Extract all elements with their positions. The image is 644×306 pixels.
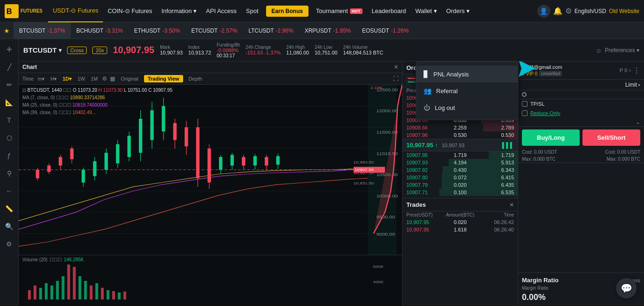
crosshair-icon[interactable]: ✛ <box>3 43 16 56</box>
language-selector[interactable]: English/USD <box>575 8 606 14</box>
notification-icon[interactable]: 🔔 <box>553 7 562 15</box>
magnet-icon[interactable]: ⚲ <box>3 167 16 180</box>
preferences-button[interactable]: Preferences ▾ <box>605 47 639 54</box>
trades-col-headers: Price(USDT) Amount(BTC) Time <box>403 211 518 218</box>
chat-button[interactable]: 💬 <box>616 278 637 299</box>
chart-close-icon[interactable]: ✕ <box>394 64 398 70</box>
funding-stat: Funding/8h -0.0088% 00:33:17 <box>217 42 240 58</box>
nav-api-access[interactable]: API Access <box>201 0 241 22</box>
chart-settings-icon[interactable]: ⚙ <box>102 75 107 82</box>
reduce-only-row: Reduce-Only <box>518 109 644 118</box>
svg-rect-73 <box>39 288 42 299</box>
settings-icon[interactable]: ⚙ <box>565 7 572 15</box>
timeframe-m[interactable]: m▾ <box>36 75 46 82</box>
zoom-icon[interactable]: 🔍 <box>3 220 16 233</box>
sell-short-button[interactable]: Sell/Short <box>582 129 640 146</box>
margin-title: Margin Ratio <box>522 277 559 284</box>
nav-coin-futures[interactable]: COIN-⊙ Futures <box>103 0 157 22</box>
logo[interactable]: B FUTURES <box>5 4 42 18</box>
nav-leaderboard[interactable]: Leaderboard <box>367 0 411 22</box>
timeframe-h[interactable]: H▾ <box>49 75 58 82</box>
svg-rect-86 <box>112 291 115 299</box>
mark-stat: Mark 10,907.93 <box>160 45 183 55</box>
view-depth[interactable]: Depth <box>186 75 205 82</box>
left-sidebar: ✛ ╱ ✏ 📐 T ⬡ ƒ ⚲ ← 📏 🔍 ⚙ <box>0 39 19 306</box>
trades-title: Trades <box>406 201 509 208</box>
ob-buy-row[interactable]: 10907.95 1.719 1.719 <box>403 151 518 159</box>
low-stat: 24h Low 10,751.00 <box>315 45 337 55</box>
user-email: bo***@gmail.com <box>522 64 618 70</box>
ticker-btcusdt[interactable]: BTCUSDT -1.37% <box>14 22 71 39</box>
svg-rect-82 <box>90 286 93 299</box>
chart-type-icon[interactable]: ▦ <box>110 75 115 82</box>
trades-header: Trades ✕ <box>403 198 518 211</box>
old-website-link[interactable]: Old Website <box>609 8 639 14</box>
settings-tool-icon[interactable]: ⚙ <box>3 238 16 251</box>
timeframe-1w[interactable]: 1W <box>76 75 87 82</box>
ticker-ltcusdt[interactable]: LTCUSDT -2.96% <box>243 22 299 39</box>
symbol-header: BTCUSDT ▾ Cross 20x 10,907.95 Mark 10,90… <box>19 39 644 61</box>
ob-sell-row[interactable]: 10908.66 2.259 2.789 <box>403 124 518 131</box>
svg-rect-87 <box>118 292 121 299</box>
nav-orders[interactable]: Orders ▾ <box>442 0 474 22</box>
ob-buy-row[interactable]: 10907.80 0.072 6.415 <box>403 174 518 181</box>
watchlist-star[interactable]: ★ <box>4 27 10 34</box>
ob-buy-row[interactable]: 10907.93 4.194 5.913 <box>403 159 518 166</box>
nav-tournament[interactable]: Tournament HOT <box>311 0 367 22</box>
earn-bonus-button[interactable]: Earn Bonus <box>266 6 308 17</box>
reduce-only-checkbox[interactable] <box>522 110 528 116</box>
chevron-right-icon[interactable]: › <box>629 67 631 74</box>
nav-information[interactable]: Information ▾ <box>157 0 201 22</box>
dropdown-item-logout[interactable]: ⏻ Log out <box>416 99 518 116</box>
timeframe-1m[interactable]: 1M <box>89 75 99 82</box>
draw-tool-icon[interactable]: ✏ <box>3 78 16 91</box>
cross-badge[interactable]: Cross <box>67 47 87 54</box>
view-trading-view[interactable]: Trading View <box>144 75 183 82</box>
arrow-back-icon[interactable]: ← <box>3 184 16 197</box>
more-menu-icon[interactable]: ⋮ <box>633 66 640 75</box>
bar-chart-icon[interactable]: ▌▌▌ <box>502 142 514 149</box>
ob-mid-price: 10,907.95 ↑ 10,907.93 ▌▌▌ <box>403 139 518 151</box>
trades-close-icon[interactable]: ✕ <box>509 202 514 208</box>
expand-icon[interactable]: ⌄ <box>518 118 644 127</box>
ob-type-both[interactable] <box>406 76 417 85</box>
dropdown-item-pnl[interactable]: ▊ PNL Analysis <box>416 66 518 82</box>
ob-buy-row[interactable]: 10907.71 0.100 6.535 <box>403 189 518 196</box>
ticker-bchusdt[interactable]: BCHUSDT -3.31% <box>71 22 129 39</box>
ruler-icon[interactable]: 📏 <box>3 202 16 215</box>
user-avatar-icon[interactable]: 👤 <box>537 5 550 18</box>
ob-sell-row[interactable]: 10907.96 0.530 0.530 <box>403 131 518 139</box>
order-type-selector[interactable]: Limit ▾ <box>625 82 640 88</box>
view-original[interactable]: Original <box>118 75 141 82</box>
pattern-icon[interactable]: ⬡ <box>3 131 16 144</box>
svg-text:B: B <box>7 7 12 15</box>
measure-icon[interactable]: 📐 <box>3 96 16 109</box>
user-header: bo***@gmail.com ♦ VIP 0 Unverified P 0 ›… <box>518 61 644 80</box>
ticker-ethusdt[interactable]: ETHUSDT -3.50% <box>129 22 186 39</box>
indicator-icon[interactable]: ƒ <box>3 149 16 162</box>
text-icon[interactable]: T <box>3 114 16 127</box>
buy-long-button[interactable]: Buy/Long <box>522 129 580 146</box>
tpsl-checkbox[interactable] <box>522 101 528 107</box>
referral-label: Referral <box>436 88 458 95</box>
ticker-eosusdt[interactable]: EOSUSDT -1.26% <box>356 22 414 39</box>
ticker-etcusdt[interactable]: ETCUSDT -2.57% <box>185 22 243 39</box>
buy-sell-row: Buy/Long Sell/Short <box>518 127 644 149</box>
nav-spot[interactable]: Spot <box>241 0 263 22</box>
brightness-icon[interactable]: ☼ <box>595 46 602 54</box>
nav-usdt-futures[interactable]: USDT-⊙ Futures <box>48 0 103 22</box>
symbol-name[interactable]: BTCUSDT ▾ <box>23 46 62 54</box>
ob-buy-rows: 10907.95 1.719 1.719 10907.93 4.194 5.91… <box>403 151 518 196</box>
timeframe-1d[interactable]: 1D▾ <box>61 75 73 82</box>
leverage-badge[interactable]: 20x <box>92 47 107 54</box>
fullscreen-icon[interactable]: ⛶ <box>393 75 398 82</box>
ob-buy-row[interactable]: 10907.79 0.020 6.435 <box>403 181 518 189</box>
dropdown-item-referral[interactable]: 👥 Referral <box>416 82 518 99</box>
ticker-xrpusdt[interactable]: XRPUSDT -1.95% <box>299 22 356 39</box>
line-tool-icon[interactable]: ╱ <box>3 61 16 74</box>
ob-buy-row[interactable]: 10907.92 0.430 6.343 <box>403 166 518 174</box>
chart-body[interactable]: ⊡ BTCUSDT, 1440 ☐☐ O 11073.20 H 11073.90… <box>19 85 402 255</box>
nav-wallet[interactable]: Wallet ▾ <box>411 0 441 22</box>
points-display: P 0 <box>620 68 627 73</box>
volume-svg: 600K 400K <box>22 262 398 299</box>
